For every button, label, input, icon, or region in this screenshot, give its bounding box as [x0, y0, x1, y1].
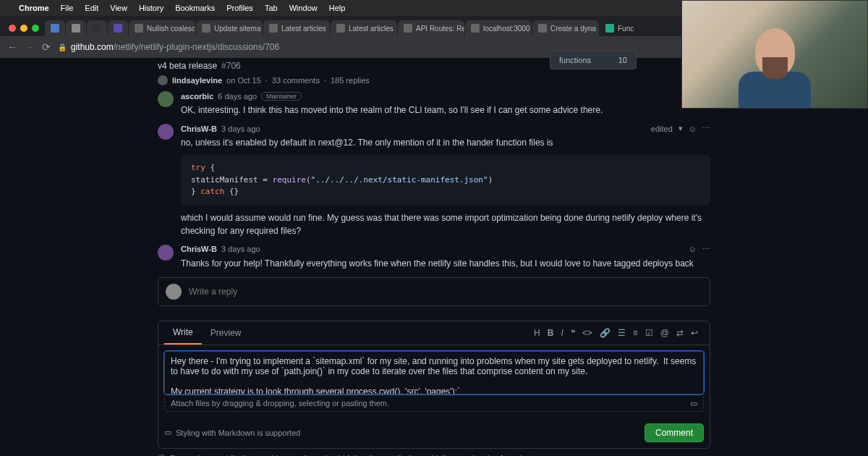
close-window-button[interactable]	[9, 25, 16, 32]
discussion-reply-count: 185 replies	[331, 76, 370, 85]
browser-tab[interactable]: localhost:3000×	[465, 20, 532, 36]
contributing-note: ⓘ Remember, contributions to this reposi…	[0, 449, 868, 457]
menubar-window[interactable]: Window	[289, 4, 318, 12]
browser-tab[interactable]: Create a dyna×	[532, 20, 599, 36]
reply-icon[interactable]: ↩	[691, 328, 698, 338]
tab-label: Nullish coalesc	[147, 25, 195, 33]
markdown-icon: ▭	[690, 399, 697, 408]
comment-item: ChrisW-B 3 days ago ☺ ⋯ Thanks for your …	[158, 245, 710, 270]
comment-item: ChrisW-B 3 days ago edited ▾ ☺ ⋯ no, unl…	[158, 124, 710, 237]
pinned-tab[interactable]	[66, 20, 86, 36]
webcam-overlay	[681, 0, 868, 109]
reaction-icon[interactable]: ☺	[689, 124, 697, 133]
tab-label: localhost:3000	[483, 25, 530, 33]
attach-hint[interactable]: Attach files by dragging & dropping, sel…	[164, 396, 704, 412]
code-block: try { staticManifest = require("../../..…	[181, 155, 710, 206]
menubar-edit[interactable]: Edit	[85, 4, 98, 12]
chevron-down-icon[interactable]: ▾	[678, 124, 683, 133]
url-text: github.com/netlify/netlify-plugin-nextjs…	[71, 42, 279, 52]
info-icon: ⓘ	[158, 453, 166, 457]
discussion-title: v4 beta release	[158, 61, 217, 71]
preview-tab[interactable]: Preview	[202, 322, 250, 344]
markdown-info-icon: ▭	[164, 428, 171, 437]
tab-label: Create a dyna	[550, 25, 596, 33]
comment-button[interactable]: Comment	[644, 423, 704, 442]
heading-icon[interactable]: H	[534, 328, 540, 338]
menubar-file[interactable]: File	[61, 4, 74, 12]
tab-label: Func	[618, 25, 634, 33]
comment-time: 3 days ago	[221, 124, 260, 133]
comment-editor: Write Preview H B I ❝ <> 🔗 ☰ ≡ ☑ @ ⇄ ↩	[158, 321, 710, 449]
browser-tab[interactable]: Update sitema×	[196, 20, 263, 36]
reaction-icon[interactable]: ☺	[689, 245, 697, 253]
link-icon[interactable]: 🔗	[600, 328, 610, 338]
reply-input[interactable]	[189, 287, 702, 297]
menubar-view[interactable]: View	[110, 4, 127, 12]
page-content: v4 beta release #706 lindsaylevine on Oc…	[0, 58, 868, 456]
menubar-profiles[interactable]: Profiles	[226, 4, 253, 12]
minimize-window-button[interactable]	[20, 25, 27, 32]
autocomplete-count: 10	[618, 56, 627, 64]
editor-toolbar: H B I ❝ <> 🔗 ☰ ≡ ☑ @ ⇄ ↩	[528, 328, 704, 338]
comment-avatar[interactable]	[158, 245, 174, 261]
fullscreen-window-button[interactable]	[32, 25, 39, 32]
reply-input-row[interactable]	[158, 277, 710, 306]
comment-menu-icon[interactable]: ⋯	[702, 124, 710, 133]
pinned-tab[interactable]	[45, 20, 65, 36]
comment-item: ascorbic 6 days ago Maintainer ☺ ⋯ OK, i…	[158, 91, 710, 117]
bullet-list-icon[interactable]: ☰	[618, 328, 626, 338]
write-tab[interactable]: Write	[164, 321, 202, 345]
comment-time: 3 days ago	[221, 245, 260, 253]
menubar-history[interactable]: History	[139, 4, 163, 12]
menubar-app[interactable]: Chrome	[19, 4, 49, 12]
comment-body: OK, interesting. I think this has moved …	[181, 104, 710, 117]
current-user-avatar	[166, 284, 182, 300]
pinned-tab[interactable]	[108, 20, 128, 36]
discussion-author[interactable]: lindsaylevine	[172, 76, 222, 85]
comment-author[interactable]: ChrisW-B	[181, 124, 217, 133]
editor-tabs: Write Preview H B I ❝ <> 🔗 ☰ ≡ ☑ @ ⇄ ↩	[158, 321, 710, 345]
quote-icon[interactable]: ❝	[571, 328, 575, 338]
author-avatar[interactable]	[158, 75, 168, 85]
comment-body: Thanks for your help! Thankfully everyth…	[181, 257, 710, 270]
code-icon[interactable]: <>	[582, 328, 592, 338]
maintainer-badge: Maintainer	[261, 92, 302, 101]
tab-label: Latest articles	[281, 25, 326, 33]
autocomplete-popup[interactable]: functions 10	[550, 51, 637, 69]
markdown-support-text[interactable]: Styling with Markdown is supported	[176, 428, 300, 437]
comment-author[interactable]: ascorbic	[181, 92, 213, 101]
autocomplete-text: functions	[559, 56, 591, 64]
attach-hint-text: Attach files by dragging & dropping, sel…	[171, 399, 389, 408]
menubar-tab[interactable]: Tab	[265, 4, 278, 12]
menubar-bookmarks[interactable]: Bookmarks	[175, 4, 215, 12]
comment-textarea[interactable]	[164, 351, 704, 394]
browser-tab[interactable]: Latest articles×	[263, 20, 330, 36]
comment-body: which I would assume would run fine. My …	[181, 211, 710, 237]
browser-tab-active[interactable]: Func	[600, 20, 639, 36]
tasklist-icon[interactable]: ☑	[645, 328, 653, 338]
comment-avatar[interactable]	[158, 124, 174, 140]
browser-tab[interactable]: API Routes: Re×	[398, 20, 464, 36]
tab-label: API Routes: Re	[416, 25, 464, 33]
mention-icon[interactable]: @	[660, 328, 669, 338]
italic-icon[interactable]: I	[561, 328, 563, 338]
tab-label: Update sitema	[214, 25, 260, 33]
comment-avatar[interactable]	[158, 91, 174, 107]
edited-label[interactable]: edited	[651, 124, 673, 133]
numbered-list-icon[interactable]: ≡	[633, 328, 638, 338]
window-controls	[6, 25, 45, 36]
bold-icon[interactable]: B	[548, 328, 554, 338]
browser-tab[interactable]: Nullish coalesc×	[129, 20, 195, 36]
comment-thread: ascorbic 6 days ago Maintainer ☺ ⋯ OK, i…	[0, 91, 868, 449]
menubar-help[interactable]: Help	[329, 4, 346, 12]
forward-button[interactable]: →	[25, 41, 35, 53]
browser-tab[interactable]: Latest articles×	[331, 20, 397, 36]
tab-label: Latest articles	[349, 25, 393, 33]
comment-menu-icon[interactable]: ⋯	[702, 245, 710, 254]
back-button[interactable]: ←	[7, 41, 17, 53]
discussion-number: #706	[221, 61, 241, 71]
reload-button[interactable]: ⟳	[42, 41, 51, 53]
comment-author[interactable]: ChrisW-B	[181, 245, 217, 253]
pinned-tab[interactable]	[87, 20, 107, 36]
reference-icon[interactable]: ⇄	[676, 328, 684, 338]
